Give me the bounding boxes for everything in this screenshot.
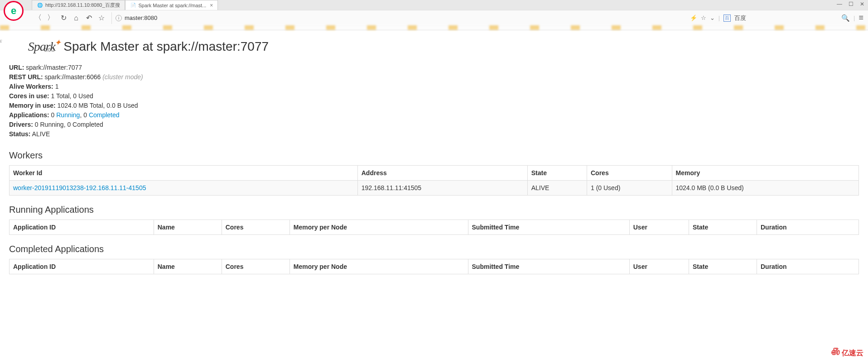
- col-name: Name: [154, 220, 222, 235]
- col-app-id: Application ID: [10, 259, 154, 274]
- tab-favicon-icon: 📄: [130, 2, 136, 9]
- status-value: ALIVE: [32, 130, 50, 138]
- table-row: worker-20191119013238-192.168.11.11-4150…: [10, 181, 859, 196]
- workers-table: Worker Id Address State Cores Memory wor…: [9, 165, 859, 196]
- alive-workers-value: 1: [55, 83, 59, 90]
- col-mem-per-node: Memory per Node: [289, 259, 468, 274]
- drivers-value: 0 Running, 0 Completed: [35, 121, 103, 128]
- spark-star-icon: ✦: [54, 38, 61, 47]
- site-info-icon[interactable]: i: [116, 15, 122, 21]
- home-button[interactable]: ⌂: [70, 12, 82, 24]
- minimize-icon[interactable]: —: [837, 1, 842, 7]
- back-button[interactable]: 〈: [32, 12, 44, 24]
- applications-label: Applications:: [9, 111, 49, 119]
- tab-title: http://192.168.11.10:8080_百度搜: [45, 2, 120, 9]
- undo-button[interactable]: ↶: [82, 12, 95, 24]
- forward-button[interactable]: 〉: [44, 12, 57, 24]
- browser-tab-active[interactable]: 📄 Spark Master at spark://mast... ×: [125, 0, 218, 10]
- workers-heading: Workers: [9, 150, 859, 161]
- col-name: Name: [154, 259, 222, 274]
- url-label: URL:: [9, 64, 24, 71]
- completed-apps-link[interactable]: Completed: [89, 111, 120, 119]
- lightning-icon[interactable]: ⚡: [690, 14, 697, 21]
- col-submitted: Submitted Time: [468, 220, 629, 235]
- window-controls: — ☐ ✕: [837, 1, 864, 7]
- col-user: User: [629, 220, 689, 235]
- toolbar-right: ⚡ ☆ ⌄ | 百 百度 🔍 | ≡: [690, 13, 863, 23]
- table-header-row: Application ID Name Cores Memory per Nod…: [10, 220, 859, 235]
- col-address: Address: [357, 166, 527, 181]
- memory-value: 1024.0 MB Total, 0.0 B Used: [58, 102, 138, 109]
- col-state: State: [689, 220, 757, 235]
- worker-memory: 1024.0 MB (0.0 B Used): [672, 181, 859, 196]
- menu-icon[interactable]: ≡: [858, 13, 863, 23]
- spark-logo-text: APACHE Spark✦: [9, 39, 62, 54]
- applications-mid: , 0: [80, 111, 88, 119]
- favorite-icon[interactable]: ☆: [701, 14, 706, 21]
- col-duration: Duration: [757, 259, 859, 274]
- col-state: State: [527, 166, 587, 181]
- maximize-icon[interactable]: ☐: [849, 1, 854, 7]
- col-cores: Cores: [222, 259, 289, 274]
- col-duration: Duration: [757, 220, 859, 235]
- browser-chrome: e — ☐ ✕ 🌐 http://192.168.11.10:8080_百度搜 …: [0, 0, 868, 30]
- tab-strip: 🌐 http://192.168.11.10:8080_百度搜 📄 Spark …: [0, 0, 868, 10]
- table-header-row: Application ID Name Cores Memory per Nod…: [10, 259, 859, 274]
- page-content: APACHE Spark✦ 2.0.2 Spark Master at spar…: [0, 30, 868, 292]
- alive-workers-label: Alive Workers:: [9, 83, 53, 90]
- status-label: Status:: [9, 130, 30, 138]
- col-worker-id: Worker Id: [10, 166, 358, 181]
- running-apps-link[interactable]: Running: [56, 111, 80, 119]
- address-text: master:8080: [125, 14, 157, 21]
- worker-state: ALIVE: [527, 181, 587, 196]
- col-memory: Memory: [672, 166, 859, 181]
- master-info-list: URL: spark://master:7077 REST URL: spark…: [9, 63, 859, 139]
- col-submitted: Submitted Time: [468, 259, 629, 274]
- reload-button[interactable]: ↻: [57, 12, 70, 24]
- bookmark-bar: [0, 25, 868, 30]
- spark-logo-small: APACHE: [0, 39, 3, 43]
- tab-close-icon[interactable]: ×: [210, 2, 213, 9]
- browser-logo-icon: e: [4, 1, 24, 21]
- rest-url-value: spark://master:6066: [45, 73, 101, 81]
- col-mem-per-node: Memory per Node: [289, 220, 468, 235]
- address-bar[interactable]: i master:8080: [111, 12, 686, 24]
- worker-cores: 1 (0 Used): [587, 181, 672, 196]
- rest-url-label: REST URL:: [9, 73, 43, 81]
- search-icon[interactable]: 🔍: [841, 14, 850, 22]
- applications-prefix: 0: [51, 111, 57, 119]
- col-cores: Cores: [587, 166, 672, 181]
- rest-url-note: (cluster mode): [102, 73, 143, 81]
- col-cores: Cores: [222, 220, 289, 235]
- bookmark-star-button[interactable]: ☆: [95, 12, 108, 24]
- browser-toolbar: 〈 〉 ↻ ⌂ ↶ ☆ i master:8080 ⚡ ☆ ⌄ | 百 百度 🔍…: [0, 10, 868, 25]
- col-state: State: [689, 259, 757, 274]
- col-user: User: [629, 259, 689, 274]
- running-apps-heading: Running Applications: [9, 205, 859, 215]
- url-value: spark://master:7077: [26, 64, 82, 71]
- completed-apps-table: Application ID Name Cores Memory per Nod…: [9, 259, 859, 274]
- cores-value: 1 Total, 0 Used: [51, 92, 93, 100]
- spark-logo: APACHE Spark✦ 2.0.2: [9, 39, 54, 54]
- completed-apps-heading: Completed Applications: [9, 244, 859, 254]
- tab-title: Spark Master at spark://mast...: [139, 3, 207, 8]
- memory-label: Memory in use:: [9, 102, 56, 109]
- running-apps-table: Application ID Name Cores Memory per Nod…: [9, 220, 859, 235]
- page-header: APACHE Spark✦ 2.0.2 Spark Master at spar…: [9, 39, 859, 54]
- page-title: Spark Master at spark://master:7077: [63, 39, 269, 54]
- cores-label: Cores in use:: [9, 92, 49, 100]
- search-engine-label: 百度: [734, 14, 752, 22]
- tab-favicon-icon: 🌐: [37, 2, 43, 9]
- col-app-id: Application ID: [10, 220, 154, 235]
- search-engine-icon[interactable]: 百: [723, 14, 731, 22]
- browser-tab[interactable]: 🌐 http://192.168.11.10:8080_百度搜: [32, 0, 125, 10]
- worker-address: 192.168.11.11:41505: [357, 181, 527, 196]
- dropdown-icon[interactable]: ⌄: [710, 14, 715, 21]
- worker-id-link[interactable]: worker-20191119013238-192.168.11.11-4150…: [13, 184, 146, 191]
- close-icon[interactable]: ✕: [860, 1, 864, 7]
- drivers-label: Drivers:: [9, 121, 33, 128]
- table-header-row: Worker Id Address State Cores Memory: [10, 166, 859, 181]
